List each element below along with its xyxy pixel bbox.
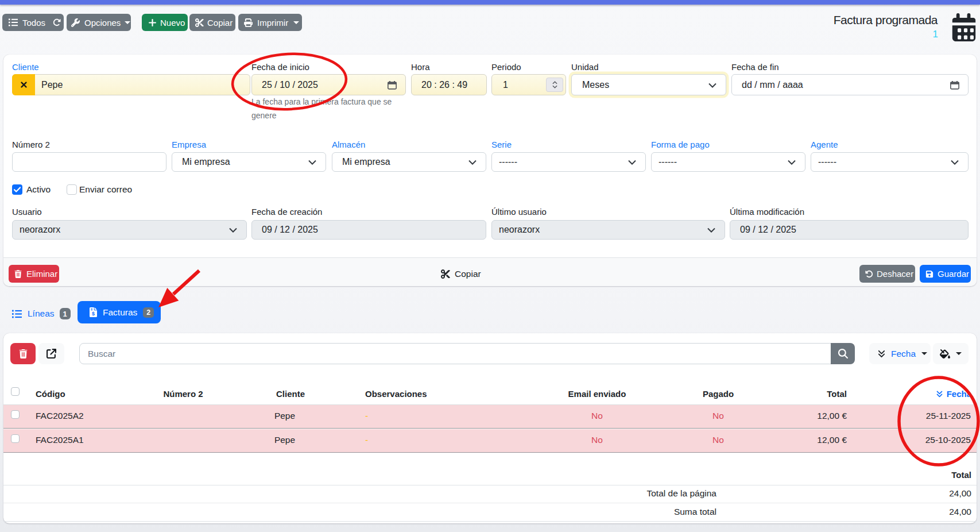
svg-text:$: $ <box>92 311 95 317</box>
